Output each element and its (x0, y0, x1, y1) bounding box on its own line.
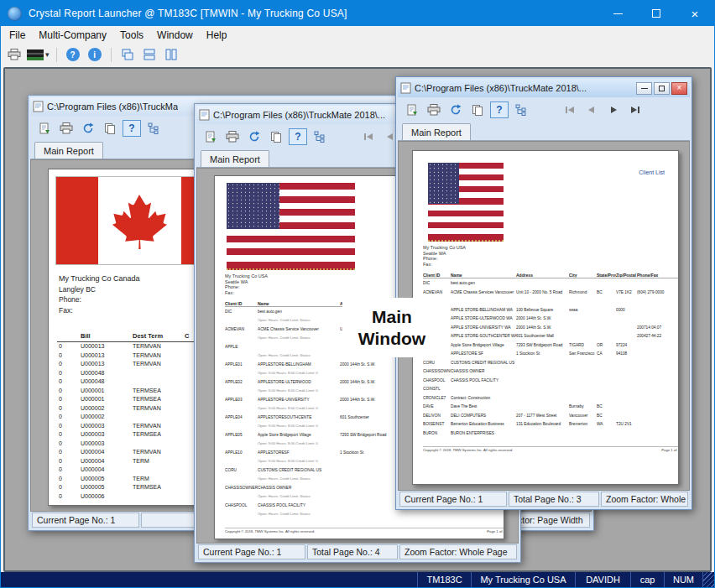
flag-red-bar (56, 177, 98, 264)
refresh-button[interactable] (245, 128, 264, 145)
refresh-icon (450, 104, 462, 116)
print-button[interactable] (223, 128, 242, 145)
copy-button[interactable] (267, 128, 285, 145)
resize-grip[interactable] (702, 572, 714, 587)
tab-main-report[interactable]: Main Report (201, 150, 269, 167)
main-window-label: Main Window (342, 298, 441, 357)
tab-main-report[interactable]: Main Report (402, 123, 471, 140)
table-row: APPLE04 APPLE STORE-SOUTHCENTER WA 601 S… (423, 331, 679, 341)
printer-icon (8, 49, 21, 60)
status-num-lock: NUM (664, 572, 702, 587)
minimize-button[interactable] (598, 1, 637, 26)
tile-vertical-button[interactable] (161, 46, 181, 64)
menu-item[interactable]: Tools (113, 27, 150, 44)
crystal-report-launcher-window: Crystal Report Launcher @ TM183C [TMWIN … (0, 0, 715, 588)
maple-leaf-icon (111, 192, 168, 249)
print-button[interactable] (425, 101, 443, 118)
company-selector-dropdown[interactable]: ▾ (26, 46, 50, 64)
prev-page-button[interactable] (582, 101, 601, 118)
footer-copyright: Copyright © 2018, TMW Systems Inc. All r… (225, 529, 315, 533)
close-button[interactable]: × (671, 82, 687, 95)
group-tree-button[interactable] (311, 128, 329, 145)
app-toolbar: ▾ ? i (1, 44, 714, 65)
first-page-button[interactable] (359, 128, 378, 145)
fax-label: Fax: (423, 262, 679, 268)
app-titlebar[interactable]: Crystal Report Launcher @ TM183C [TMWIN … (1, 1, 714, 26)
tile-vertical-icon (164, 48, 178, 61)
first-page-icon (565, 106, 575, 114)
table-row: CRONICLE7 Contract: Construction (423, 393, 679, 403)
menu-item[interactable]: Help (200, 27, 234, 44)
copy-icon (472, 104, 483, 116)
column-header: State/Prov (597, 273, 616, 278)
phone-label: Phone: (59, 294, 140, 305)
help-toggle-button[interactable]: ? (289, 128, 307, 145)
menu-item[interactable]: Multi-Company (32, 27, 113, 44)
first-page-button[interactable] (561, 101, 579, 118)
app-title: Crystal Report Launcher @ TM183C [TMWIN … (29, 8, 347, 19)
footer-page-number: Page 1 of 3 (661, 448, 679, 452)
refresh-icon (248, 131, 260, 143)
report-toolbar: ? (398, 97, 690, 122)
status-fill (1, 572, 417, 587)
printer-icon (427, 104, 441, 116)
copy-button[interactable] (101, 120, 119, 137)
tab-main-report[interactable]: Main Report (34, 142, 103, 159)
column-header: Address (516, 273, 569, 278)
export-button[interactable] (403, 101, 421, 118)
help-button[interactable]: ? (63, 46, 83, 64)
about-button[interactable]: i (85, 46, 105, 64)
tab-strip: Main Report (398, 122, 690, 141)
table-row: BOISEINST Bemerton Education Business 13… (423, 419, 679, 429)
refresh-button[interactable] (79, 120, 97, 137)
help-toggle-button[interactable]: ? (490, 101, 509, 118)
last-page-button[interactable] (626, 101, 645, 118)
close-button[interactable]: × (676, 1, 714, 26)
table-row: APPLE01 APPLE STORE-BELLINGHAM WA 100 Be… (423, 305, 679, 315)
flag-white-center (98, 177, 181, 264)
group-tree-icon (314, 131, 326, 143)
table-row: APPLE10 APPLESTORE SF 1 Stockton St San … (423, 349, 679, 358)
status-caps-lock: cap (630, 572, 664, 587)
question-mark-icon: ? (496, 104, 502, 116)
export-button[interactable] (35, 120, 54, 137)
maximize-button[interactable] (637, 1, 676, 26)
report-document-icon (400, 82, 411, 94)
menu-item[interactable]: Window (150, 27, 200, 44)
table-body: DIC best auto.gen ACMEVAN ACME Cha (423, 278, 679, 437)
group-tree-button[interactable] (144, 120, 163, 137)
group-tree-button[interactable] (512, 101, 530, 118)
prev-page-icon (385, 133, 395, 141)
export-icon (39, 122, 50, 134)
zoom-factor-indicator: Zoom Factor: Whole Page (399, 544, 517, 559)
window-titlebar[interactable]: C:\Program Files (x86)\TruckMate 2018\..… (398, 79, 690, 97)
report-viewport[interactable]: Client List My Trucking Co USA Seattle W… (398, 141, 690, 491)
minimize-button[interactable] (636, 82, 652, 95)
company-block: My Trucking Co Canada Langley BC Phone: … (59, 273, 140, 315)
window-title: C:\Program Files (x86)\TruckMa (47, 101, 178, 112)
maximize-button[interactable] (654, 82, 670, 95)
printer-icon (60, 122, 73, 134)
total-page-indicator: Total Page No.: 3 (509, 492, 599, 507)
report-title: Client List (639, 169, 665, 175)
copy-icon (104, 122, 116, 134)
export-button[interactable] (201, 128, 220, 145)
next-page-button[interactable] (604, 101, 623, 118)
cascade-windows-button[interactable] (117, 46, 138, 64)
report-window-client-list[interactable]: C:\Program Files (x86)\TruckMate 2018\..… (395, 76, 692, 510)
table-row: CHASPOOL CHASSIS POOL FACILITY (423, 376, 679, 385)
table-row: DELIVON DELI COMPUTERS 207 - 1177 West S… (423, 411, 679, 420)
tile-horizontal-button[interactable] (139, 46, 159, 64)
window-title: C:\Program Files (x86)\TruckMate 2018\..… (415, 83, 587, 93)
column-header: Bill (81, 332, 133, 340)
table-row: Open: Hours: Credit Limit: Status: (225, 510, 504, 519)
column-header: Zip/Postal (616, 273, 637, 278)
help-toggle-button[interactable]: ? (123, 120, 141, 137)
refresh-button[interactable] (446, 101, 465, 118)
print-button[interactable] (4, 46, 24, 64)
copy-button[interactable] (468, 101, 487, 118)
column-header: City (569, 273, 597, 278)
menu-item[interactable]: File (3, 27, 32, 44)
status-company: My Trucking Co USA (471, 572, 575, 587)
print-button[interactable] (57, 120, 76, 137)
